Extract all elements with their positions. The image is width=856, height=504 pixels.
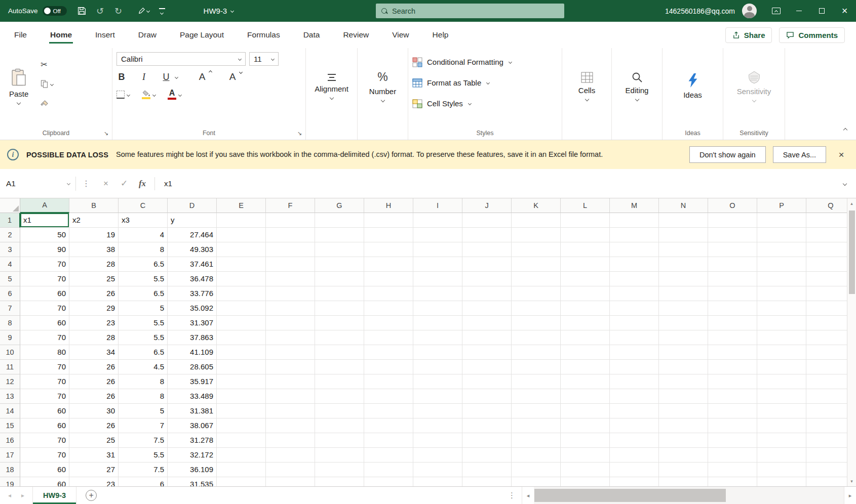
cell-E19[interactable]: [217, 477, 266, 486]
cell-I19[interactable]: [413, 477, 462, 486]
cell-E15[interactable]: [217, 418, 266, 433]
cell-J16[interactable]: [462, 433, 512, 448]
share-button[interactable]: Share: [725, 27, 772, 43]
cell-O9[interactable]: [708, 330, 757, 345]
cell-A17[interactable]: 70: [20, 448, 69, 463]
cell-H3[interactable]: [364, 242, 413, 257]
row-header-3[interactable]: 3: [0, 242, 20, 257]
cell-H6[interactable]: [364, 286, 413, 301]
cell-G6[interactable]: [315, 286, 364, 301]
cell-F12[interactable]: [266, 374, 315, 389]
cell-F14[interactable]: [266, 404, 315, 418]
cell-F2[interactable]: [266, 228, 315, 242]
column-header-B[interactable]: B: [69, 198, 119, 213]
row-header-17[interactable]: 17: [0, 448, 20, 463]
cell-C1[interactable]: x3: [119, 213, 168, 228]
cell-H11[interactable]: [364, 360, 413, 374]
cell-B15[interactable]: 26: [69, 418, 119, 433]
cell-G17[interactable]: [315, 448, 364, 463]
cell-G15[interactable]: [315, 418, 364, 433]
cell-P13[interactable]: [757, 389, 806, 404]
cell-D14[interactable]: 31.381: [168, 404, 217, 418]
cell-C16[interactable]: 7.5: [119, 433, 168, 448]
column-header-A[interactable]: A: [20, 198, 69, 213]
cell-L19[interactable]: [561, 477, 610, 486]
cell-G18[interactable]: [315, 463, 364, 477]
cell-I9[interactable]: [413, 330, 462, 345]
collapse-ribbon-button[interactable]: [844, 125, 847, 134]
cell-O6[interactable]: [708, 286, 757, 301]
cell-J10[interactable]: [462, 345, 512, 360]
cell-L16[interactable]: [561, 433, 610, 448]
cell-E6[interactable]: [217, 286, 266, 301]
cell-I11[interactable]: [413, 360, 462, 374]
cell-J17[interactable]: [462, 448, 512, 463]
cell-M12[interactable]: [610, 374, 659, 389]
cell-B16[interactable]: 25: [69, 433, 119, 448]
cell-N9[interactable]: [659, 330, 708, 345]
cell-D11[interactable]: 28.605: [168, 360, 217, 374]
cell-A16[interactable]: 70: [20, 433, 69, 448]
cell-B1[interactable]: x2: [69, 213, 119, 228]
cell-N4[interactable]: [659, 257, 708, 272]
copy-button[interactable]: [41, 78, 53, 90]
cell-H15[interactable]: [364, 418, 413, 433]
cell-G9[interactable]: [315, 330, 364, 345]
cell-J1[interactable]: [462, 213, 512, 228]
cell-L10[interactable]: [561, 345, 610, 360]
cell-J3[interactable]: [462, 242, 512, 257]
paste-button[interactable]: Paste: [4, 52, 33, 120]
cell-D13[interactable]: 33.489: [168, 389, 217, 404]
cell-L12[interactable]: [561, 374, 610, 389]
cell-H17[interactable]: [364, 448, 413, 463]
cell-E1[interactable]: [217, 213, 266, 228]
vertical-scrollbar[interactable]: ▴ ▾: [847, 198, 856, 486]
cell-L18[interactable]: [561, 463, 610, 477]
cell-F9[interactable]: [266, 330, 315, 345]
row-header-19[interactable]: 19: [0, 477, 20, 486]
cell-O18[interactable]: [708, 463, 757, 477]
cell-M2[interactable]: [610, 228, 659, 242]
alignment-button[interactable]: Alignment: [310, 52, 353, 120]
cell-L11[interactable]: [561, 360, 610, 374]
row-header-5[interactable]: 5: [0, 272, 20, 286]
cell-O4[interactable]: [708, 257, 757, 272]
scroll-down-arrow[interactable]: ▾: [847, 476, 856, 486]
cell-O1[interactable]: [708, 213, 757, 228]
cell-A13[interactable]: 70: [20, 389, 69, 404]
cell-E5[interactable]: [217, 272, 266, 286]
scroll-up-arrow[interactable]: ▴: [847, 198, 856, 208]
cell-P12[interactable]: [757, 374, 806, 389]
cell-L7[interactable]: [561, 301, 610, 316]
cell-A12[interactable]: 70: [20, 374, 69, 389]
cell-A11[interactable]: 70: [20, 360, 69, 374]
cell-A3[interactable]: 90: [20, 242, 69, 257]
dont-show-again-button[interactable]: Don't show again: [689, 146, 766, 163]
cell-A7[interactable]: 70: [20, 301, 69, 316]
cell-N13[interactable]: [659, 389, 708, 404]
row-header-11[interactable]: 11: [0, 360, 20, 374]
select-all-button[interactable]: [0, 198, 20, 213]
cell-M14[interactable]: [610, 404, 659, 418]
cell-G12[interactable]: [315, 374, 364, 389]
tab-help[interactable]: Help: [432, 23, 450, 47]
cell-B14[interactable]: 30: [69, 404, 119, 418]
cell-I5[interactable]: [413, 272, 462, 286]
cell-A1[interactable]: x1: [20, 213, 69, 228]
row-header-9[interactable]: 9: [0, 330, 20, 345]
cell-F13[interactable]: [266, 389, 315, 404]
cell-L13[interactable]: [561, 389, 610, 404]
cell-L1[interactable]: [561, 213, 610, 228]
cell-G13[interactable]: [315, 389, 364, 404]
cell-N14[interactable]: [659, 404, 708, 418]
cell-K18[interactable]: [512, 463, 561, 477]
cell-N16[interactable]: [659, 433, 708, 448]
cell-C5[interactable]: 5.5: [119, 272, 168, 286]
cell-H10[interactable]: [364, 345, 413, 360]
cell-J19[interactable]: [462, 477, 512, 486]
cell-H7[interactable]: [364, 301, 413, 316]
tab-draw[interactable]: Draw: [137, 23, 158, 47]
cell-I18[interactable]: [413, 463, 462, 477]
cell-I17[interactable]: [413, 448, 462, 463]
cell-J18[interactable]: [462, 463, 512, 477]
